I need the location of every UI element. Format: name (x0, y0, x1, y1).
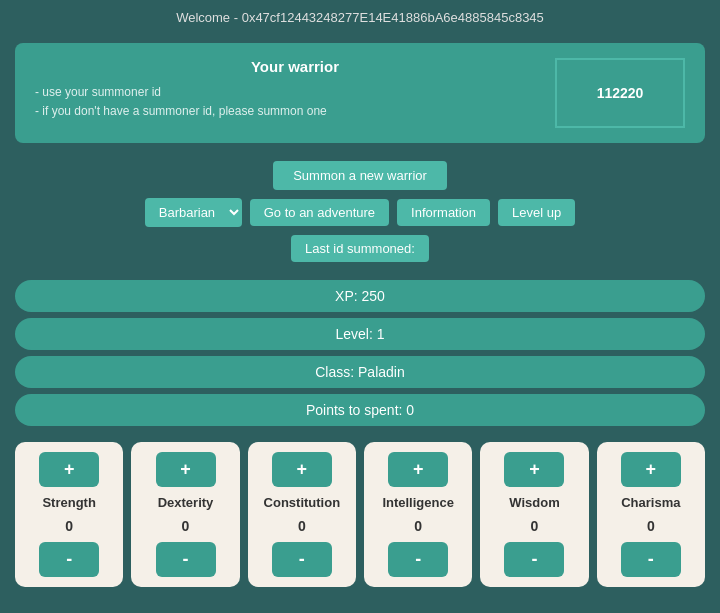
attr-card-constitution: + Constitution 0 - (248, 442, 356, 587)
attr-minus-constitution[interactable]: - (272, 542, 332, 577)
attr-card-dexterity: + Dexterity 0 - (131, 442, 239, 587)
attr-value-intelligence: 0 (414, 518, 422, 534)
adventure-button[interactable]: Go to an adventure (250, 199, 389, 226)
attr-plus-intelligence[interactable]: + (388, 452, 448, 487)
header-bar: Welcome - 0x47cf12443248277E14E41886bA6e… (0, 0, 720, 35)
controls-row: Barbarian Paladin Wizard Rogue Druid Go … (145, 198, 576, 227)
warrior-title: Your warrior (35, 58, 555, 75)
attr-plus-constitution[interactable]: + (272, 452, 332, 487)
attr-card-wisdom: + Wisdom 0 - (480, 442, 588, 587)
attr-name-dexterity: Dexterity (158, 495, 214, 510)
last-id-box: Last id summoned: (291, 235, 429, 262)
attr-name-charisma: Charisma (621, 495, 680, 510)
warrior-line2: - if you don't have a summoner id, pleas… (35, 104, 555, 118)
welcome-text: Welcome - 0x47cf12443248277E14E41886bA6e… (176, 10, 544, 25)
attr-minus-strength[interactable]: - (39, 542, 99, 577)
attr-card-charisma: + Charisma 0 - (597, 442, 705, 587)
attr-minus-wisdom[interactable]: - (504, 542, 564, 577)
info-button[interactable]: Information (397, 199, 490, 226)
class-select[interactable]: Barbarian Paladin Wizard Rogue Druid (145, 198, 242, 227)
attr-plus-wisdom[interactable]: + (504, 452, 564, 487)
attr-value-charisma: 0 (647, 518, 655, 534)
attr-plus-strength[interactable]: + (39, 452, 99, 487)
attr-minus-intelligence[interactable]: - (388, 542, 448, 577)
attr-name-wisdom: Wisdom (509, 495, 559, 510)
xp-bar: XP: 250 (15, 280, 705, 312)
attr-value-wisdom: 0 (531, 518, 539, 534)
warrior-section: Your warrior - use your summoner id - if… (15, 43, 705, 143)
attr-name-strength: Strength (42, 495, 95, 510)
attributes-section: + Strength 0 - + Dexterity 0 - + Constit… (0, 434, 720, 607)
levelup-button[interactable]: Level up (498, 199, 575, 226)
attr-value-constitution: 0 (298, 518, 306, 534)
summon-button[interactable]: Summon a new warrior (273, 161, 447, 190)
points-bar: Points to spent: 0 (15, 394, 705, 426)
attr-card-strength: + Strength 0 - (15, 442, 123, 587)
attr-name-intelligence: Intelligence (382, 495, 454, 510)
level-bar: Level: 1 (15, 318, 705, 350)
attr-minus-charisma[interactable]: - (621, 542, 681, 577)
attr-name-constitution: Constitution (264, 495, 341, 510)
warrior-line1: - use your summoner id (35, 85, 555, 99)
attr-plus-charisma[interactable]: + (621, 452, 681, 487)
warrior-info: Your warrior - use your summoner id - if… (35, 58, 555, 123)
attr-card-intelligence: + Intelligence 0 - (364, 442, 472, 587)
attr-plus-dexterity[interactable]: + (156, 452, 216, 487)
stats-section: XP: 250 Level: 1 Class: Paladin Points t… (0, 272, 720, 434)
warrior-id-value: 112220 (597, 85, 644, 101)
attr-value-strength: 0 (65, 518, 73, 534)
class-bar: Class: Paladin (15, 356, 705, 388)
warrior-id-box: 112220 (555, 58, 685, 128)
controls-section: Summon a new warrior Barbarian Paladin W… (0, 151, 720, 272)
attr-value-dexterity: 0 (182, 518, 190, 534)
last-id-label: Last id summoned: (305, 241, 415, 256)
footer: Made with 💙 by zoolians (tips 0xC0a21049… (0, 607, 720, 613)
attr-minus-dexterity[interactable]: - (156, 542, 216, 577)
